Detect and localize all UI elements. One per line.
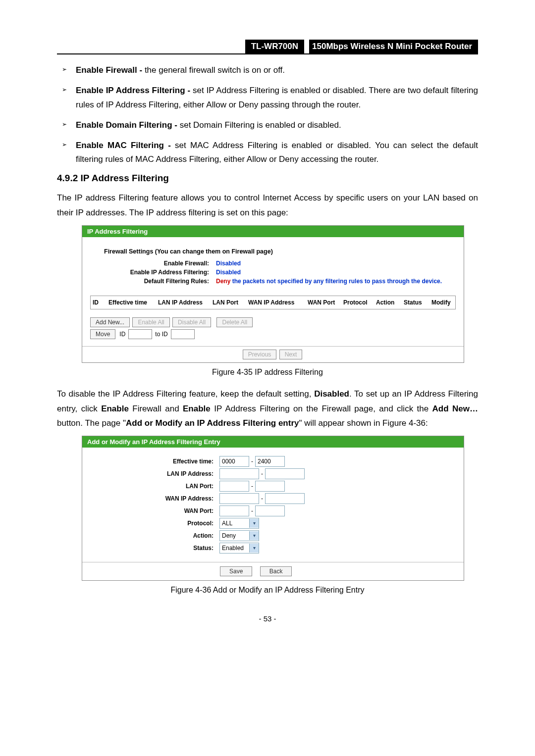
action-select[interactable]: Deny ▾ (219, 530, 259, 541)
lan-ip-from-input[interactable] (219, 468, 259, 479)
col-lan-port: LAN Port (213, 299, 243, 306)
panel-title: IP Address Filtering (82, 226, 464, 237)
move-button[interactable]: Move (90, 329, 115, 339)
value-enable-ip-filtering: Disabled (216, 269, 241, 276)
wan-ip-from-input[interactable] (219, 493, 259, 504)
move-to-id-label: to ID (155, 331, 167, 338)
lan-port-to-input[interactable] (255, 481, 285, 492)
label-action: Action: (82, 532, 219, 539)
col-id: ID (93, 299, 104, 306)
header-desc: 150Mbps Wireless N Mini Pocket Router (309, 40, 478, 53)
move-id-input[interactable] (128, 329, 152, 339)
page-header: TL-WR700N 150Mbps Wireless N Mini Pocket… (57, 40, 478, 54)
figure-add-modify-entry: Add or Modify an IP Address Filtering En… (82, 436, 464, 581)
label-status: Status: (82, 545, 219, 552)
disable-all-button[interactable]: Disable All (172, 317, 211, 327)
previous-button[interactable]: Previous (243, 350, 277, 359)
wan-port-to-input[interactable] (255, 505, 285, 516)
section-heading: 4.9.2 IP Address Filtering (57, 173, 478, 184)
move-to-id-input[interactable] (171, 329, 195, 339)
wan-port-from-input[interactable] (219, 505, 249, 516)
value-default-filtering-rules: Deny the packets not specified by any fi… (216, 278, 442, 285)
firewall-settings-subtitle: Firewall Settings (You can change them o… (104, 248, 456, 255)
back-button[interactable]: Back (260, 566, 292, 576)
lan-port-from-input[interactable] (219, 481, 249, 492)
col-lan-ip: LAN IP Address (158, 299, 208, 306)
status-select[interactable]: Enabled ▾ (219, 543, 259, 554)
col-effective-time: Effective time (108, 299, 153, 306)
protocol-select[interactable]: ALL ▾ (219, 518, 259, 529)
col-wan-ip: WAN IP Address (248, 299, 303, 306)
bullet-enable-firewall: Enable Firewall - the general firewall s… (76, 63, 478, 78)
col-modify: Modify (431, 299, 451, 306)
label-default-filtering-rules: Default Filtering Rules: (90, 278, 216, 285)
chevron-down-icon: ▾ (249, 544, 259, 553)
wan-ip-to-input[interactable] (265, 493, 305, 504)
bullet-enable-domain-filtering: Enable Domain Filtering - set Domain Fil… (76, 118, 478, 133)
feature-bullets: Enable Firewall - the general firewall s… (57, 63, 478, 167)
bullet-enable-ip-filtering: Enable IP Address Filtering - set IP Add… (76, 84, 478, 112)
col-status: Status (404, 299, 427, 306)
label-effective-time: Effective time: (82, 458, 219, 465)
label-protocol: Protocol: (82, 520, 219, 527)
header-model: TL-WR700N (245, 40, 304, 53)
delete-all-button[interactable]: Delete All (216, 317, 253, 327)
bullet-enable-mac-filtering: Enable MAC Filtering - set MAC Address F… (76, 139, 478, 167)
label-enable-ip-filtering: Enable IP Address Filtering: (90, 269, 216, 276)
add-new-button[interactable]: Add New... (90, 317, 130, 327)
col-wan-port: WAN Port (308, 299, 338, 306)
figure-ip-address-filtering: IP Address Filtering Firewall Settings (… (82, 225, 464, 363)
move-id-label: ID (119, 331, 125, 338)
intro-paragraph: The IP address Filtering feature allows … (57, 191, 478, 220)
effective-time-to-input[interactable] (255, 456, 285, 467)
chevron-down-icon: ▾ (249, 519, 259, 528)
chevron-down-icon: ▾ (249, 531, 259, 540)
figure-36-caption: Figure 4-36 Add or Modify an IP Address … (57, 586, 478, 595)
label-lan-port: LAN Port: (82, 483, 219, 490)
label-enable-firewall: Enable Firewall: (90, 260, 216, 267)
value-enable-firewall: Disabled (216, 260, 241, 267)
col-protocol: Protocol (343, 299, 371, 306)
col-action: Action (376, 299, 399, 306)
lan-ip-to-input[interactable] (265, 468, 305, 479)
page-number: - 53 - (57, 614, 478, 623)
enable-all-button[interactable]: Enable All (132, 317, 169, 327)
table-column-headers: ID Effective time LAN IP Address LAN Por… (90, 296, 456, 309)
label-lan-ip: LAN IP Address: (82, 470, 219, 477)
figure-35-caption: Figure 4-35 IP address Filtering (57, 368, 478, 377)
next-button[interactable]: Next (279, 350, 303, 359)
save-button[interactable]: Save (220, 566, 252, 576)
panel-title-2: Add or Modify an IP Address Filtering En… (82, 436, 464, 448)
label-wan-port: WAN Port: (82, 507, 219, 514)
effective-time-from-input[interactable] (219, 456, 249, 467)
label-wan-ip: WAN IP Address: (82, 495, 219, 502)
guide-paragraph: To disable the IP Address Filtering feat… (57, 387, 478, 431)
